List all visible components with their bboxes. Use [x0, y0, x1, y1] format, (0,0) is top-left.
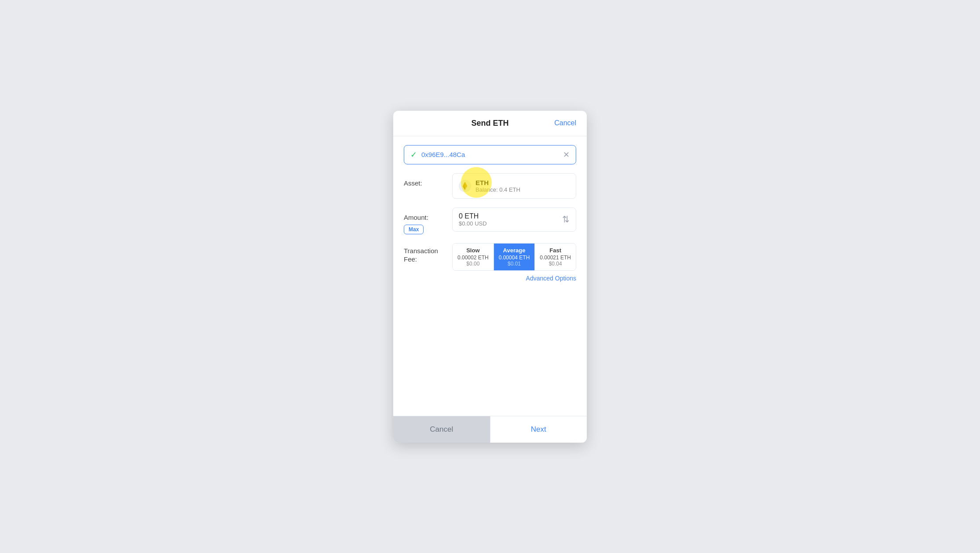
swap-icon[interactable]: ⇅	[562, 214, 570, 225]
fee-fast-button[interactable]: Fast 0.00021 ETH $0.04	[535, 244, 576, 270]
asset-row: Asset: ETH Balance: 0.4 ETH	[404, 173, 576, 199]
fee-average-name: Average	[497, 247, 532, 254]
asset-name: ETH	[475, 179, 520, 186]
asset-control: ETH Balance: 0.4 ETH	[452, 173, 576, 199]
address-value: 0x96E9...48Ca	[421, 151, 563, 158]
fee-fast-usd: $0.04	[538, 261, 573, 267]
amount-row: Amount: Max 0 ETH $0.00 USD ⇅	[404, 207, 576, 234]
modal-header: Send ETH Cancel	[393, 111, 587, 136]
fee-average-usd: $0.01	[497, 261, 532, 267]
send-eth-modal: Send ETH Cancel ✓ 0x96E9...48Ca ✕ Asset:	[393, 111, 587, 443]
address-container: ✓ 0x96E9...48Ca ✕	[404, 145, 576, 164]
address-close-button[interactable]: ✕	[563, 150, 570, 160]
modal-body: ✓ 0x96E9...48Ca ✕ Asset:	[393, 136, 587, 416]
asset-balance: Balance: 0.4 ETH	[475, 186, 520, 193]
fee-average-eth: 0.00004 ETH	[497, 255, 532, 261]
modal-footer: Cancel Next	[393, 416, 587, 443]
fee-options: Slow 0.00002 ETH $0.00 Average 0.00004 E…	[452, 243, 576, 282]
max-button[interactable]: Max	[404, 225, 424, 234]
address-row[interactable]: ✓ 0x96E9...48Ca ✕	[404, 145, 576, 164]
fee-slow-eth: 0.00002 ETH	[455, 255, 491, 261]
empty-content-area	[404, 282, 576, 405]
fee-slow-button[interactable]: Slow 0.00002 ETH $0.00	[453, 244, 494, 270]
amount-label-container: Amount: Max	[404, 207, 452, 234]
eth-icon	[459, 180, 471, 192]
footer-next-button[interactable]: Next	[490, 416, 587, 443]
advanced-options-link[interactable]: Advanced Options	[526, 275, 576, 282]
fee-slow-usd: $0.00	[455, 261, 491, 267]
header-cancel-button[interactable]: Cancel	[554, 119, 576, 127]
fee-slow-name: Slow	[455, 247, 491, 254]
fee-label: Transaction Fee:	[404, 243, 452, 264]
advanced-options-container: Advanced Options	[452, 274, 576, 282]
amount-control: 0 ETH $0.00 USD ⇅	[452, 207, 576, 232]
amount-usd: $0.00 USD	[459, 220, 487, 227]
fee-buttons: Slow 0.00002 ETH $0.00 Average 0.00004 E…	[452, 243, 576, 271]
fee-row: Transaction Fee: Slow 0.00002 ETH $0.00 …	[404, 243, 576, 282]
asset-info: ETH Balance: 0.4 ETH	[475, 179, 520, 193]
address-check-icon: ✓	[410, 150, 417, 160]
amount-left: 0 ETH $0.00 USD	[459, 212, 487, 227]
fee-fast-name: Fast	[538, 247, 573, 254]
amount-label: Amount:	[404, 207, 452, 221]
modal-title: Send ETH	[471, 119, 508, 128]
footer-cancel-button[interactable]: Cancel	[393, 416, 490, 443]
amount-value: 0 ETH	[459, 212, 487, 220]
asset-selector[interactable]: ETH Balance: 0.4 ETH	[452, 173, 576, 199]
amount-box[interactable]: 0 ETH $0.00 USD ⇅	[452, 207, 576, 232]
fee-fast-eth: 0.00021 ETH	[538, 255, 573, 261]
fee-average-button[interactable]: Average 0.00004 ETH $0.01	[494, 244, 535, 270]
asset-label: Asset:	[404, 173, 452, 187]
